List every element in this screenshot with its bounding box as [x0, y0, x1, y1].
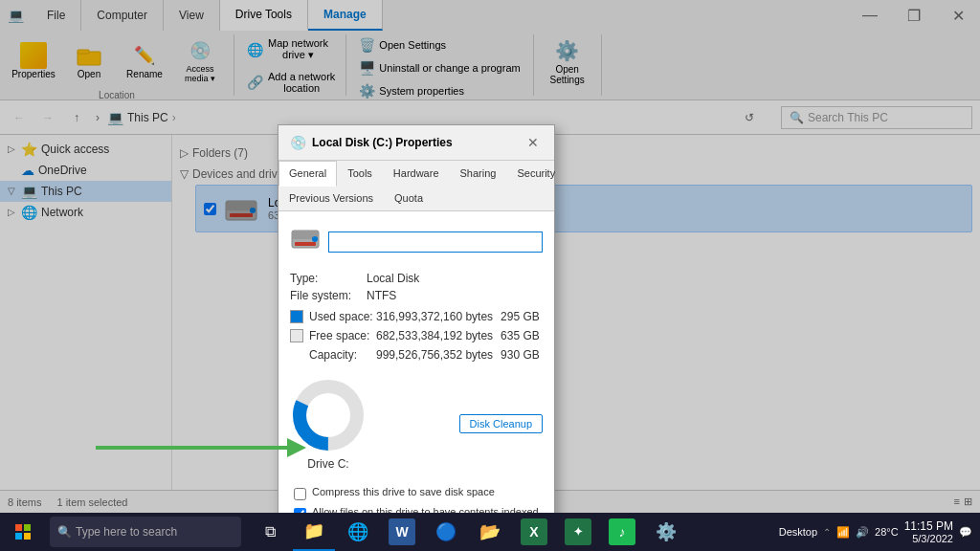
- spotify-button[interactable]: ♪: [601, 513, 643, 551]
- fs-row: File system: NTFS: [290, 289, 543, 302]
- svg-rect-14: [15, 524, 22, 531]
- svg-rect-17: [24, 533, 31, 540]
- word-button[interactable]: W: [381, 513, 423, 551]
- temperature: 28°C: [875, 526, 899, 538]
- free-color-swatch: [290, 329, 303, 342]
- dialog-tab-general[interactable]: General: [278, 161, 337, 187]
- file-explorer-taskbar-button[interactable]: 📁: [293, 513, 335, 551]
- capacity-row: Capacity: 999,526,756,352 bytes 930 GB: [290, 348, 543, 362]
- space-section: Used space: 316,993,372,160 bytes 295 GB…: [290, 310, 543, 478]
- desktop-separator: ⌃: [823, 527, 831, 538]
- edge-icon: 🌐: [347, 521, 368, 542]
- excel2-button[interactable]: ✦: [557, 513, 599, 551]
- search-icon: 🔍: [57, 525, 72, 539]
- compress-checkbox[interactable]: [294, 488, 306, 500]
- dialog-title: Local Disk (C:) Properties: [312, 136, 523, 149]
- dialog-tabs-row2: Previous Versions Quota: [278, 186, 554, 211]
- files-button[interactable]: 📂: [469, 513, 511, 551]
- dialog-close-button[interactable]: ✕: [523, 133, 543, 152]
- capacity-spacer: [290, 348, 303, 362]
- taskbar-sound-icon[interactable]: 🔊: [856, 526, 869, 539]
- dialog-tab-quota[interactable]: Quota: [384, 186, 434, 210]
- dialog-tab-tools[interactable]: Tools: [337, 161, 383, 186]
- dialog-content: Type: Local Disk File system: NTFS Used …: [278, 211, 554, 546]
- taskbar: 🔍 Type here to search ⧉ 📁 🌐 W 🔵 📂 X ✦ ♪: [0, 513, 980, 551]
- start-button[interactable]: [0, 513, 46, 551]
- dialog-tabs: General Tools Hardware Sharing Security: [278, 161, 554, 187]
- svg-rect-16: [15, 533, 22, 540]
- svg-point-11: [312, 236, 318, 242]
- drive-name-row: [290, 223, 543, 260]
- spotify-icon: ♪: [609, 518, 635, 545]
- dialog-tab-security[interactable]: Security: [506, 161, 566, 186]
- properties-dialog: 💿 Local Disk (C:) Properties ✕ General T…: [278, 124, 555, 551]
- taskbar-pinned-apps: ⧉ 📁 🌐 W 🔵 📂 X ✦ ♪ ⚙️: [249, 513, 687, 551]
- desktop-label: Desktop: [779, 526, 817, 538]
- free-space-row: Free space: 682,533,384,192 bytes 635 GB: [290, 329, 543, 342]
- windows-logo-icon: [15, 524, 31, 540]
- dialog-drive-icon: [290, 223, 321, 260]
- type-row: Type: Local Disk: [290, 272, 543, 285]
- file-explorer-icon: 📁: [303, 520, 324, 541]
- edge-browser-button[interactable]: 🌐: [337, 513, 379, 551]
- excel-icon: X: [521, 518, 547, 545]
- used-space-row: Used space: 316,993,372,160 bytes 295 GB: [290, 310, 543, 323]
- chrome-icon: 🔵: [435, 521, 457, 542]
- taskbar-right: Desktop ⌃ 📶 🔊 28°C 11:15 PM 5/3/2022 💬: [779, 519, 980, 544]
- drive-name-input[interactable]: [328, 231, 543, 253]
- donut-row: Drive C: Disk Cleanup: [290, 369, 543, 478]
- dialog-titlebar: 💿 Local Disk (C:) Properties ✕: [278, 125, 554, 161]
- excel2-icon: ✦: [565, 518, 591, 545]
- svg-marker-7: [287, 438, 306, 457]
- taskbar-clock[interactable]: 11:15 PM 5/3/2022: [904, 519, 953, 544]
- dialog-tab-prev-versions[interactable]: Previous Versions: [278, 186, 384, 210]
- dialog-tab-sharing[interactable]: Sharing: [450, 161, 507, 186]
- settings-taskbar-icon: ⚙️: [656, 521, 677, 542]
- files-icon: 📂: [479, 521, 501, 542]
- used-color-swatch: [290, 310, 303, 323]
- compress-checkbox-row: Compress this drive to save disk space: [290, 486, 543, 500]
- svg-rect-10: [295, 242, 316, 246]
- dialog-tab-hardware[interactable]: Hardware: [383, 161, 450, 186]
- notification-button[interactable]: 💬: [959, 526, 972, 539]
- task-view-button[interactable]: ⧉: [249, 513, 291, 551]
- taskbar-search[interactable]: 🔍 Type here to search: [50, 517, 241, 547]
- taskbar-network-icon[interactable]: 📶: [836, 526, 850, 539]
- svg-rect-15: [24, 524, 31, 531]
- disk-cleanup-button[interactable]: Disk Cleanup: [459, 414, 543, 433]
- task-view-icon: ⧉: [265, 523, 276, 540]
- settings-taskbar-button[interactable]: ⚙️: [645, 513, 687, 551]
- chrome-button[interactable]: 🔵: [425, 513, 467, 551]
- dialog-title-icon: 💿: [290, 135, 306, 150]
- word-icon: W: [389, 518, 415, 545]
- green-arrow: [96, 433, 306, 465]
- excel-button[interactable]: X: [513, 513, 555, 551]
